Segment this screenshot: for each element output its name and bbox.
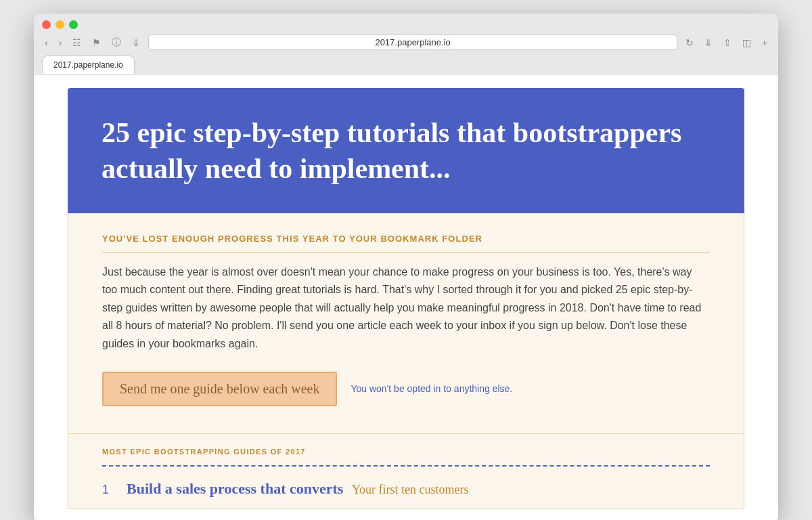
guide-item: 1 Build a sales process that converts Yo… (102, 480, 710, 508)
minimize-button[interactable] (55, 20, 64, 29)
body-text: Just because the year is almost over doe… (102, 263, 710, 353)
hero-title: 25 epic step-by-step tutorials that boot… (102, 115, 710, 186)
info-icon: ⓘ (109, 35, 124, 50)
close-button[interactable] (42, 20, 51, 29)
new-tab-icon[interactable]: + (759, 36, 770, 49)
back-button[interactable]: ‹ (42, 36, 51, 49)
active-tab[interactable]: 2017.paperplane.io (42, 56, 135, 74)
sidebar-icon: ☷ (70, 36, 84, 49)
cta-button[interactable]: Send me one guide below each week (102, 372, 337, 406)
browser-window: ‹ › ☷ ⚑ ⓘ ⇓ 2017.paperplane.io ↻ ⇓ ⇧ ◫ +… (34, 14, 778, 520)
forward-button[interactable]: › (56, 36, 65, 49)
bookmark-icon: ⚑ (89, 36, 104, 49)
tab-icon: ◫ (740, 36, 754, 49)
guide-content: Build a sales process that converts Your… (127, 480, 469, 498)
maximize-button[interactable] (69, 20, 78, 29)
address-bar[interactable]: 2017.paperplane.io (148, 35, 677, 50)
download-icon: ⇓ (129, 36, 143, 49)
browser-chrome: ‹ › ☷ ⚑ ⓘ ⇓ 2017.paperplane.io ↻ ⇓ ⇧ ◫ +… (34, 14, 778, 74)
cta-row: Send me one guide below each week You wo… (102, 372, 710, 406)
content-section: YOU'VE LOST ENOUGH PROGRESS THIS YEAR TO… (68, 213, 744, 434)
section-subheading: YOU'VE LOST ENOUGH PROGRESS THIS YEAR TO… (102, 234, 710, 253)
browser-toolbar: ‹ › ☷ ⚑ ⓘ ⇓ 2017.paperplane.io ↻ ⇓ ⇧ ◫ + (42, 35, 770, 50)
share-icon: ⇧ (721, 36, 734, 49)
cta-note: You won't be opted in to anything else. (351, 383, 512, 394)
download2-icon: ⇓ (702, 36, 715, 49)
guide-title[interactable]: Build a sales process that converts (127, 480, 343, 497)
refresh-icon[interactable]: ↻ (683, 36, 696, 49)
hero-section: 25 epic step-by-step tutorials that boot… (68, 88, 744, 213)
guide-subtitle: Your first ten customers (352, 483, 469, 496)
guides-divider (102, 465, 710, 467)
page-wrapper: 25 epic step-by-step tutorials that boot… (54, 74, 758, 520)
guides-section: MOST EPIC BOOTSTRAPPING GUIDES OF 2017 1… (68, 434, 744, 509)
browser-content: 25 epic step-by-step tutorials that boot… (34, 74, 778, 520)
tab-bar: 2017.paperplane.io (42, 56, 770, 74)
traffic-lights (42, 20, 770, 29)
guide-number: 1 (102, 483, 116, 497)
guides-label: MOST EPIC BOOTSTRAPPING GUIDES OF 2017 (102, 448, 710, 456)
